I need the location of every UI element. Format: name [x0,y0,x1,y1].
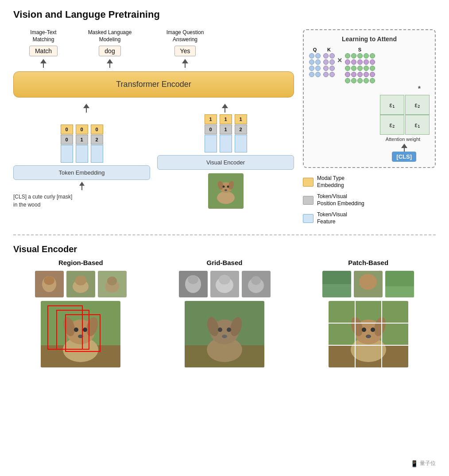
embed-pos-1: 1 [76,135,88,144]
q-dot [309,66,314,71]
patch-thumb-1 [322,271,351,297]
eps-cell-3: ε₂ [380,115,404,135]
s-dot-p [351,72,356,77]
embed-modal-v2: 1 [235,114,247,124]
s-dot-g [357,78,363,83]
svg-point-57 [371,328,375,332]
transformer-label: Transformer Encoder [116,80,191,89]
attention-weight-label: Attention weight [376,137,430,142]
eps-cell-4: ε₁ [405,115,430,135]
cls-arrow-head [401,144,407,148]
svg-point-31 [219,275,230,285]
arrow-line-vqa [185,63,186,68]
star-op: * [418,85,421,93]
svg-point-10 [44,276,54,285]
svg-point-1 [217,191,235,204]
s-dot-p [357,72,363,77]
task-vqa-output: Yes [174,46,196,56]
svg-point-42 [227,328,231,332]
grid-big-image [185,301,264,367]
embed-pos-0: 0 [61,135,73,144]
s-column: S [345,47,375,83]
q-dots [309,53,321,77]
right-attend: Learning to Attend Q [303,29,436,226]
s-dot-p [345,59,350,65]
s-dot-p [351,59,356,65]
legend: Modal TypeEmbedding Token/VisualPosition… [303,175,436,226]
arrow-itm [40,59,46,68]
region-thumbs-row [35,271,127,297]
embed-feat-v0 [205,135,217,152]
s-dot-p [370,72,375,77]
watermark-icon: 📱 [410,460,418,467]
multiply-op: × [337,56,342,65]
legend-modal-type: Modal TypeEmbedding [303,175,436,189]
k-column: K [323,47,335,77]
task-mlm-label: Masked LanguageModeling [88,29,132,43]
task-itm-label: Image-TextMatching [30,29,56,43]
bottom-title: Visual Encoder [13,244,436,254]
watermark: 📱 量子位 [410,460,436,467]
q-dot [315,53,321,59]
arrow-head-vqa [182,59,188,63]
svg-rect-45 [322,284,351,297]
dog-svg [208,173,244,209]
arrow-line-mlm [109,63,110,68]
s-label: S [358,47,361,52]
grid-thumbs-row [179,271,271,297]
epsilon-bot-row: ε₂ ε₁ [380,115,430,135]
token-embedding-box: Token Embedding [13,165,150,180]
input-text: [CLS] a cute curly [mask]in the wood [13,193,150,209]
dog-image [208,173,244,209]
visual-embeds: 1 0 1 1 1 [205,114,247,152]
s-dot-g [364,53,369,59]
cls-box: [CLS] [392,152,416,162]
eps-cell-2: ε₂ [405,95,430,115]
attend-content: Q [309,47,430,83]
task-mlm-output: dog [99,46,120,56]
embed-modal-v1: 1 [220,114,232,124]
svg-point-6 [227,186,229,188]
s-dot-g [351,66,356,71]
embed-modal-2: 0 [91,125,103,134]
svg-point-7 [224,189,227,191]
legend-swatch-yellow [303,178,314,187]
s-dot-p [370,59,375,65]
svg-point-13 [75,276,86,285]
q-dot [315,72,321,77]
s-dot-p [345,72,350,77]
epsilon-top-row: ε₁ ε₂ [380,95,430,115]
token-side: 0 0 0 1 0 [13,125,150,209]
s-dot-g [364,66,369,71]
svg-rect-49 [385,286,414,297]
visual-encoder-label: Visual Encoder [206,159,245,166]
k-label: K [327,47,331,52]
arrow-into-token [13,182,150,190]
patch-big-image [329,301,408,367]
embed-0-0: 0 0 [61,125,73,163]
embed-1-1: 1 1 [220,114,232,152]
s-dot-g [357,53,363,59]
svg-point-47 [359,274,377,290]
embed-0-1: 0 1 [76,125,88,163]
grid-based: Grid-Based [157,259,292,367]
legend-swatch-blue [303,214,314,223]
embed-pos-v1: 1 [220,125,232,134]
tasks-row: Image-TextMatching Match Masked Language… [13,29,294,68]
embed-1-2: 1 2 [235,114,247,152]
cls-arrow-group: [CLS] [392,144,416,162]
svg-point-58 [366,335,371,338]
svg-point-5 [222,186,224,188]
svg-point-34 [251,276,261,285]
task-mlm: Masked LanguageModeling dog [79,29,141,68]
svg-point-16 [107,277,117,285]
cls-section: [CLS] [309,144,430,162]
svg-point-28 [188,275,198,284]
attend-title: Learning to Attend [309,35,430,43]
k-dot [323,66,329,71]
arrow-head-mlm [107,59,113,63]
arrow-head [40,59,46,63]
watermark-text: 量子位 [420,460,436,467]
s-dot-g [345,78,350,83]
grid-thumb-3 [242,271,271,297]
